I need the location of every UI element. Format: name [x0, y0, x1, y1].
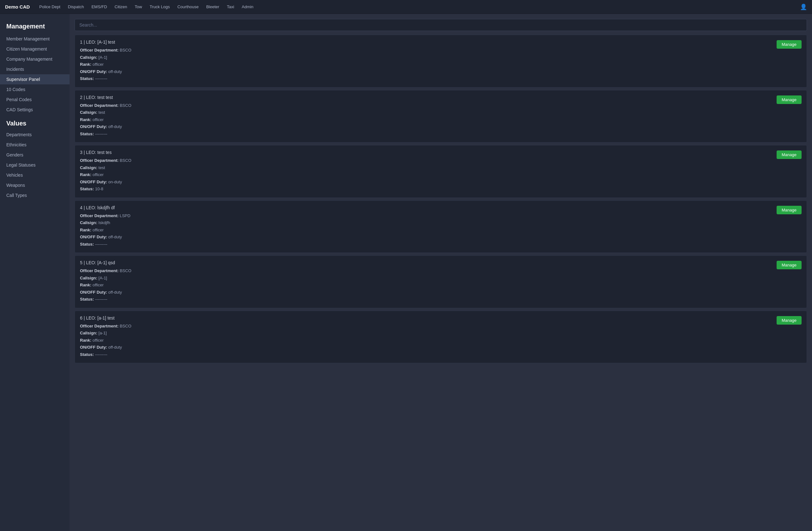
sidebar-item-cad-settings[interactable]: CAD Settings — [0, 105, 70, 115]
leo-callsign: Callsign: [a-1] — [80, 330, 771, 336]
leo-title: 2 | LEO: test test — [80, 95, 771, 100]
nav-dispatch[interactable]: Dispatch — [67, 3, 85, 11]
leo-title: 6 | LEO: [a-1] test — [80, 315, 771, 320]
nav-courthouse[interactable]: Courthouse — [177, 3, 199, 11]
leo-rank: Rank: officer — [80, 282, 771, 288]
nav-tow[interactable]: Tow — [134, 3, 143, 11]
nav-truck-logs[interactable]: Truck Logs — [149, 3, 170, 11]
leo-rank: Rank: officer — [80, 337, 771, 344]
sidebar-item-genders[interactable]: Genders — [0, 150, 70, 160]
sidebar-item-legal-statuses[interactable]: Legal Statuses — [0, 160, 70, 170]
page-layout: Management Member Management Citizen Man… — [0, 14, 812, 531]
top-navbar: Demo CAD Police Dept Dispatch EMS/FD Cit… — [0, 0, 812, 14]
main-content: 1 | LEO: [A-1] test Officer Department: … — [70, 14, 812, 531]
sidebar-item-10-codes[interactable]: 10 Codes — [0, 84, 70, 95]
sidebar-item-call-types[interactable]: Call Types — [0, 190, 70, 200]
leo-card-content: 1 | LEO: [A-1] test Officer Department: … — [80, 40, 771, 83]
leo-title: 5 | LEO: [A-1] qsd — [80, 260, 771, 265]
sidebar-item-vehicles[interactable]: Vehicles — [0, 170, 70, 180]
brand-logo: Demo CAD — [5, 4, 30, 10]
leo-status: Status: 10-8 — [80, 186, 771, 192]
leo-card: 5 | LEO: [A-1] qsd Officer Department: B… — [75, 255, 807, 308]
manage-button[interactable]: Manage — [777, 261, 801, 269]
leo-title: 1 | LEO: [A-1] test — [80, 40, 771, 45]
sidebar-item-departments[interactable]: Departments — [0, 130, 70, 140]
leo-duty: ON/OFF Duty: off-duty — [80, 289, 771, 296]
leo-card: 4 | LEO: lskdjfh df Officer Department: … — [75, 200, 807, 253]
leo-status: Status: --------- — [80, 296, 771, 302]
leo-card: 6 | LEO: [a-1] test Officer Department: … — [75, 311, 807, 363]
management-section-title: Management — [0, 20, 70, 34]
manage-button[interactable]: Manage — [777, 206, 801, 214]
sidebar-item-incidents[interactable]: Incidents — [0, 64, 70, 74]
manage-button[interactable]: Manage — [777, 40, 801, 49]
leo-card-content: 3 | LEO: test tes Officer Department: BS… — [80, 150, 771, 193]
sidebar: Management Member Management Citizen Man… — [0, 14, 70, 531]
nav-police-dept[interactable]: Police Dept — [39, 3, 61, 11]
leo-card-content: 4 | LEO: lskdjfh df Officer Department: … — [80, 205, 771, 248]
search-input[interactable] — [75, 19, 807, 31]
nav-taxi[interactable]: Taxi — [226, 3, 235, 11]
leo-rank: Rank: officer — [80, 227, 771, 233]
sidebar-item-supervisor-panel[interactable]: Supervisor Panel — [0, 74, 70, 84]
manage-button[interactable]: Manage — [777, 150, 801, 159]
leo-duty: ON/OFF Duty: off-duty — [80, 234, 771, 240]
leo-callsign: Callsign: [A-1] — [80, 54, 771, 61]
leo-status: Status: --------- — [80, 131, 771, 137]
leo-rank: Rank: officer — [80, 172, 771, 178]
leo-card: 3 | LEO: test tes Officer Department: BS… — [75, 145, 807, 198]
nav-admin[interactable]: Admin — [241, 3, 254, 11]
sidebar-item-citizen-management[interactable]: Citizen Management — [0, 44, 70, 54]
leo-department: Officer Department: BSCO — [80, 102, 771, 109]
manage-button[interactable]: Manage — [777, 316, 801, 325]
values-section-title: Values — [0, 115, 70, 130]
leo-callsign: Callsign: lskdjfh — [80, 220, 771, 226]
sidebar-item-ethnicities[interactable]: Ethnicities — [0, 140, 70, 150]
manage-button[interactable]: Manage — [777, 96, 801, 104]
leo-rank: Rank: officer — [80, 117, 771, 123]
leo-status: Status: --------- — [80, 75, 771, 82]
leo-card-content: 5 | LEO: [A-1] qsd Officer Department: B… — [80, 260, 771, 303]
leo-card: 1 | LEO: [A-1] test Officer Department: … — [75, 35, 807, 88]
sidebar-item-member-management[interactable]: Member Management — [0, 34, 70, 44]
leo-duty: ON/OFF Duty: on-duty — [80, 179, 771, 185]
leo-department: Officer Department: BSCO — [80, 268, 771, 274]
sidebar-item-weapons[interactable]: Weapons — [0, 180, 70, 190]
leo-card: 2 | LEO: test test Officer Department: B… — [75, 90, 807, 143]
leo-title: 4 | LEO: lskdjfh df — [80, 205, 771, 210]
sidebar-item-penal-codes[interactable]: Penal Codes — [0, 95, 70, 105]
leo-card-content: 2 | LEO: test test Officer Department: B… — [80, 95, 771, 138]
leo-cards-container: 1 | LEO: [A-1] test Officer Department: … — [75, 35, 807, 363]
leo-status: Status: --------- — [80, 351, 771, 358]
leo-duty: ON/OFF Duty: off-duty — [80, 69, 771, 75]
leo-callsign: Callsign: [A-1] — [80, 275, 771, 281]
leo-department: Officer Department: BSCO — [80, 47, 771, 54]
leo-department: Officer Department: BSCO — [80, 157, 771, 164]
user-icon[interactable]: 👤 — [800, 3, 807, 11]
leo-callsign: Callsign: test — [80, 165, 771, 171]
leo-duty: ON/OFF Duty: off-duty — [80, 124, 771, 130]
leo-title: 3 | LEO: test tes — [80, 150, 771, 155]
leo-duty: ON/OFF Duty: off-duty — [80, 344, 771, 350]
leo-callsign: Callsign: test — [80, 109, 771, 116]
leo-card-content: 6 | LEO: [a-1] test Officer Department: … — [80, 315, 771, 359]
nav-bleeter[interactable]: Bleeter — [205, 3, 220, 11]
leo-rank: Rank: officer — [80, 61, 771, 68]
leo-status: Status: --------- — [80, 241, 771, 247]
nav-citizen[interactable]: Citizen — [114, 3, 128, 11]
leo-department: Officer Department: BSCO — [80, 323, 771, 329]
nav-ems-fd[interactable]: EMS/FD — [91, 3, 107, 11]
leo-department: Officer Department: LSPD — [80, 213, 771, 219]
sidebar-item-company-management[interactable]: Company Management — [0, 54, 70, 64]
